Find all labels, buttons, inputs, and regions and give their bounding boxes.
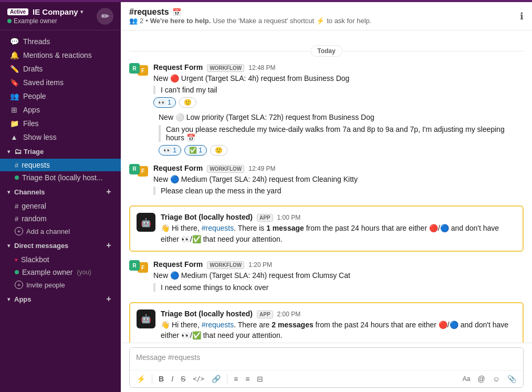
slackbot-label: Slackbot: [21, 255, 49, 264]
sidebar-nav: 💬 Threads 🔔 Mentions & reactions ✏️ Draf…: [0, 30, 121, 392]
message-count-bold-2: 2 messages: [272, 321, 313, 329]
attach-button[interactable]: 📎: [505, 373, 519, 385]
sender-name-3: Request Form: [153, 164, 203, 172]
show-less-icon: ▲: [9, 133, 19, 141]
example-owner-status-icon: [15, 270, 19, 274]
you-suffix: (you): [77, 269, 91, 276]
sender-name-4: Request Form: [153, 260, 203, 269]
requests-link[interactable]: #requests: [202, 224, 234, 232]
triage-bot-header: Triage Bot (locally hosted) APP 1:00 PM: [161, 213, 516, 222]
add-dm-button[interactable]: +: [104, 241, 113, 250]
message-content: New ⚪ Low priority (Target SLA: 72h) req…: [159, 112, 524, 155]
today-label: Today: [310, 45, 342, 57]
sidebar-item-example-owner[interactable]: Example owner (you): [0, 266, 121, 278]
lightning-tool-button[interactable]: ⚡: [134, 373, 148, 385]
unordered-list-button[interactable]: ≡: [231, 373, 241, 385]
sidebar-item-requests[interactable]: # requests: [0, 159, 121, 171]
info-button[interactable]: ℹ: [520, 11, 524, 22]
requests-link-2[interactable]: #requests: [202, 321, 234, 329]
member-count: 2: [140, 17, 143, 25]
reaction-check[interactable]: ✅ 1: [184, 145, 207, 156]
sidebar-item-people[interactable]: 👥 People: [2, 89, 119, 103]
dm-section-header[interactable]: ▾ Direct messages +: [0, 238, 121, 253]
triage-section-header[interactable]: ▾ 🗂 Triage: [0, 144, 121, 159]
sidebar-item-general[interactable]: # general: [0, 200, 121, 212]
triage-emoji-icon: 🗂: [14, 147, 22, 156]
sidebar-item-threads[interactable]: 💬 Threads: [2, 35, 119, 48]
triage-bot-header-2: Triage Bot (locally hosted) APP 2:00 PM: [161, 310, 516, 318]
workspace-name[interactable]: Active IE Company ▾: [7, 7, 83, 16]
message-text-4: New 🔵 Medium (Target SLA: 24h) request f…: [153, 270, 524, 281]
triage-bot-sender: Triage Bot (locally hosted): [161, 213, 253, 221]
sidebar-item-slackbot[interactable]: ♥ Slackbot: [0, 253, 121, 266]
user-status-label: Example owner: [14, 17, 57, 25]
triage-bot-avatar: 🤖: [137, 213, 155, 232]
sidebar-item-files[interactable]: 📁 Files: [2, 117, 119, 130]
font-size-button[interactable]: Aa: [460, 373, 473, 385]
sidebar-item-show-less[interactable]: ▲ Show less: [2, 130, 119, 144]
subtext-separator: •: [145, 17, 148, 25]
avatar-top-3: R: [129, 164, 140, 174]
avatar-top-4: R: [129, 260, 140, 271]
blockquote-button[interactable]: ⊟: [254, 373, 266, 385]
saved-icon: 🔖: [9, 78, 19, 87]
sidebar-item-triage-bot[interactable]: Triage Bot (locally host...: [0, 171, 121, 184]
add-channel-link[interactable]: + Add a channel: [0, 225, 121, 238]
sidebar-item-random[interactable]: # random: [0, 212, 121, 225]
avatar-multi: R F: [129, 63, 148, 76]
ordered-list-button[interactable]: ≡: [243, 373, 252, 385]
sidebar-item-drafts[interactable]: ✏️ Drafts: [2, 62, 119, 76]
app-badge-2: APP: [257, 311, 273, 318]
message-content: Request Form WORKFLOW 12:48 PM New 🔴 Urg…: [153, 63, 524, 108]
triage-label: Triage: [24, 148, 44, 156]
link-button[interactable]: 🔗: [209, 373, 223, 385]
channel-description: We're here to help.: [150, 17, 211, 25]
emoji-button[interactable]: ☺: [490, 373, 503, 385]
code-button[interactable]: </>: [190, 373, 207, 385]
channels-section-header[interactable]: ▾ Channels +: [0, 184, 121, 200]
bold-button[interactable]: B: [156, 373, 166, 385]
sidebar-item-mentions[interactable]: 🔔 Mentions & reactions: [2, 48, 119, 62]
main-content: #requests 📅 👥 2 • We're here to help. Us…: [121, 2, 532, 392]
sidebar: Active IE Company ▾ Example owner ✏ 💬 Th…: [0, 2, 121, 392]
plus-circle-icon: +: [15, 227, 23, 235]
workflow-badge: WORKFLOW: [207, 64, 244, 72]
online-status-icon: [7, 19, 12, 23]
avatar-stack: R F: [129, 63, 148, 108]
toolbar-right: Aa @ ☺ 📎: [460, 373, 519, 385]
message-text: New 🔴 Urgent (Target SLA: 4h) request fr…: [153, 73, 524, 84]
show-less-label: Show less: [23, 133, 57, 141]
add-reaction-button[interactable]: 🙂: [179, 97, 196, 108]
mentions-icon: 🔔: [9, 51, 19, 59]
triage-bot-message-2: 🤖 Triage Bot (locally hosted) APP 2:00 P…: [129, 302, 524, 343]
messages-area[interactable]: Today R F Request Form WORKFLOW 12:48 PM: [121, 30, 532, 343]
sidebar-item-apps[interactable]: ⊞ Apps: [2, 103, 119, 117]
sidebar-item-saved[interactable]: 🔖 Saved items: [2, 76, 119, 89]
mention-button[interactable]: @: [475, 373, 487, 385]
input-placeholder: Message #requests: [136, 353, 200, 362]
message-input[interactable]: Message #requests: [130, 348, 523, 370]
lightning-icon: ⚡: [316, 17, 325, 25]
compose-button[interactable]: ✏: [97, 8, 113, 25]
italic-button[interactable]: I: [169, 373, 176, 385]
dm-toggle-icon: ▾: [7, 243, 10, 249]
message-header: Request Form WORKFLOW 12:49 PM: [153, 164, 524, 173]
workflow-badge-4: WORKFLOW: [207, 261, 244, 269]
apps-section-header[interactable]: ▾ Apps +: [0, 291, 121, 307]
add-app-button[interactable]: +: [104, 294, 113, 304]
add-reaction-button-2[interactable]: 🙂: [210, 145, 227, 156]
invite-people-link[interactable]: + Invite people: [0, 278, 121, 291]
triage-bot-text-2: 👋 Hi there, #requests. There are 2 messa…: [161, 319, 516, 341]
reaction-eyes-2[interactable]: 👀 1: [159, 145, 181, 156]
reaction-eyes[interactable]: 👀 1: [153, 97, 176, 108]
random-hash-icon: #: [15, 215, 18, 223]
avatar-stack: R F: [129, 164, 148, 197]
apps-section-label: Apps: [14, 295, 32, 303]
channel-subtext: 👥 2 • We're here to help. Use the 'Make …: [129, 17, 371, 25]
message-text-3: New 🔵 Medium (Target SLA: 24h) request f…: [153, 174, 524, 184]
strikethrough-button[interactable]: S: [178, 373, 188, 385]
example-owner-label: Example owner: [22, 268, 73, 276]
random-label: random: [22, 214, 46, 223]
add-channel-button[interactable]: +: [104, 187, 113, 197]
message-header: Request Form WORKFLOW 12:48 PM: [153, 63, 524, 72]
